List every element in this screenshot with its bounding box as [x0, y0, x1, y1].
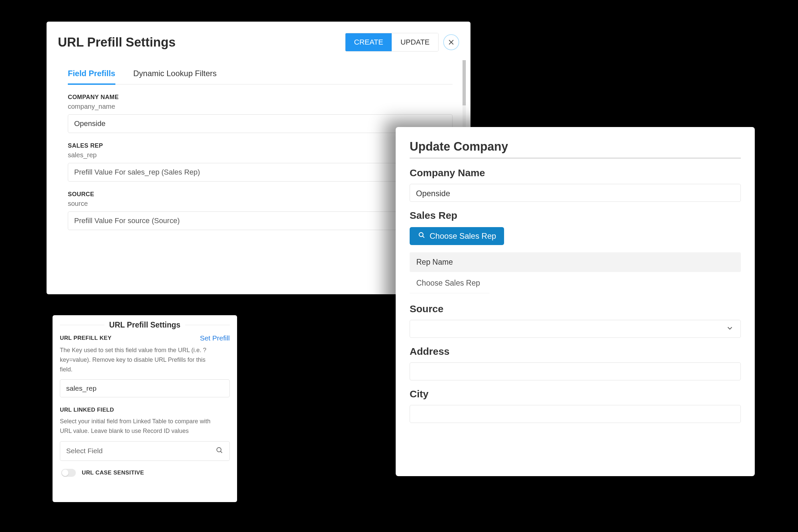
- tab-field-prefills[interactable]: Field Prefills: [68, 65, 115, 85]
- update-company-title: Update Company: [410, 140, 741, 158]
- svg-line-5: [423, 236, 424, 238]
- url-prefill-key-panel: URL Prefill Settings URL PREFILL KEY Set…: [53, 315, 237, 502]
- field-label: SOURCE: [68, 191, 453, 198]
- divider-right: [185, 325, 230, 325]
- close-button[interactable]: [443, 34, 459, 50]
- sales-rep-label: Sales Rep: [410, 210, 741, 221]
- source-input[interactable]: Prefill Value For source (Source): [68, 211, 453, 230]
- panel1-title: URL Prefill Settings: [58, 35, 175, 50]
- svg-point-2: [217, 448, 221, 452]
- select-placeholder: Select Field: [66, 447, 103, 455]
- set-prefill-link[interactable]: Set Prefill: [200, 334, 230, 342]
- divider-left: [60, 325, 104, 325]
- linked-field-section: URL LINKED FIELD Select your initial fie…: [60, 407, 230, 461]
- url-linked-field-select[interactable]: Select Field: [60, 441, 230, 461]
- company-name-label: Company Name: [410, 167, 741, 178]
- choose-sales-rep-button[interactable]: Choose Sales Rep: [410, 227, 504, 245]
- field-block-sales-rep: SALES REP sales_rep Prefill Value For sa…: [68, 142, 453, 182]
- field-block-source: SOURCE source Prefill Value For source (…: [68, 191, 453, 230]
- city-label: City: [410, 388, 741, 400]
- url-prefill-key-input[interactable]: sales_rep: [60, 379, 230, 397]
- scrollbar-thumb[interactable]: [462, 65, 466, 106]
- svg-point-4: [419, 233, 423, 237]
- panel2-title-row: URL Prefill Settings: [60, 321, 230, 329]
- toggle-knob: [62, 470, 69, 476]
- update-button[interactable]: UPDATE: [392, 33, 438, 51]
- panel1-actions: CREATE UPDATE: [345, 33, 459, 52]
- tabs: Field Prefills Dynamic Lookup Filters: [68, 65, 453, 84]
- field-key: sales_rep: [68, 151, 453, 159]
- choose-sales-rep-label: Choose Sales Rep: [430, 231, 496, 241]
- field-block-company-name: COMPANY NAME company_name Openside: [68, 94, 453, 133]
- url-prefill-key-label: URL PREFILL KEY: [60, 335, 112, 341]
- panel1-header: URL Prefill Settings CREATE UPDATE: [46, 22, 471, 57]
- field-key: company_name: [68, 103, 453, 110]
- field-key: source: [68, 200, 453, 208]
- panel2-title: URL Prefill Settings: [109, 321, 180, 329]
- address-field[interactable]: [410, 362, 741, 380]
- case-sensitive-label: URL CASE SENSITIVE: [82, 470, 144, 476]
- rep-name-header: Rep Name: [410, 252, 741, 272]
- city-field[interactable]: [410, 405, 741, 423]
- address-label: Address: [410, 346, 741, 357]
- company-name-input[interactable]: Openside: [68, 114, 453, 133]
- mode-toggle: CREATE UPDATE: [345, 33, 439, 52]
- url-linked-field-help: Select your initial field from Linked Ta…: [60, 417, 216, 436]
- case-sensitive-row: URL CASE SENSITIVE: [60, 469, 230, 477]
- source-label: Source: [410, 303, 741, 315]
- url-prefill-key-help: The Key used to set this field value fro…: [60, 345, 216, 374]
- url-linked-field-label: URL LINKED FIELD: [60, 407, 230, 413]
- close-icon: [448, 39, 455, 46]
- search-icon: [418, 231, 425, 241]
- chevron-down-icon: [726, 324, 734, 334]
- tab-dynamic-lookup-filters[interactable]: Dynamic Lookup Filters: [133, 65, 217, 84]
- company-name-field[interactable]: Openside: [410, 184, 741, 202]
- svg-line-3: [221, 451, 222, 453]
- create-button[interactable]: CREATE: [345, 33, 392, 51]
- case-sensitive-toggle[interactable]: [61, 469, 76, 477]
- sales-rep-input[interactable]: Prefill Value For sales_rep (Sales Rep): [68, 163, 453, 182]
- scrollbar-up[interactable]: [462, 60, 466, 65]
- search-icon: [215, 446, 224, 456]
- field-label: SALES REP: [68, 142, 453, 149]
- source-select[interactable]: [410, 320, 741, 338]
- update-company-panel: Update Company Company Name Openside Sal…: [396, 127, 755, 476]
- rep-list-item[interactable]: Choose Sales Rep: [410, 272, 490, 293]
- field-label: COMPANY NAME: [68, 94, 453, 101]
- key-row: URL PREFILL KEY Set Prefill: [60, 335, 230, 342]
